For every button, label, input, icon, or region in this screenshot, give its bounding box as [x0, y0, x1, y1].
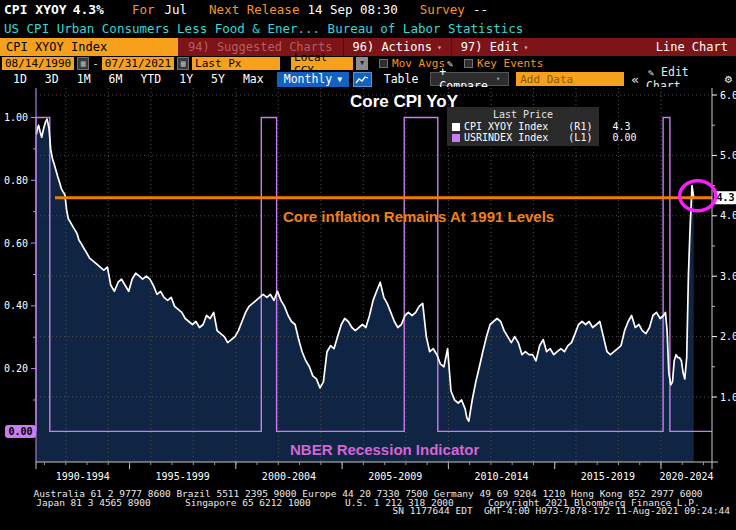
range-toolbar: 1D 3D 1M 6M YTD 1Y 5Y Max Monthly ▼ Tabl… — [0, 71, 736, 87]
legend-row-cpi: CPI XYOY Index (R1) 4.3 — [452, 121, 594, 132]
ticker-tab[interactable]: CPI XYOY Index — [0, 38, 178, 56]
next-release-label: Next Release — [209, 2, 299, 17]
chevron-down-icon: ▾ — [496, 75, 500, 83]
x-axis-label: 2015-2019 — [581, 471, 635, 482]
left-axis-label: 0.20 — [4, 363, 28, 374]
menubar: CPI XYOY Index 94) Suggested Charts 96) … — [0, 38, 736, 56]
x-axis-label: 2020-2024 — [659, 471, 713, 482]
left-axis-label: 0.60 — [4, 238, 28, 249]
add-data-input[interactable] — [516, 72, 624, 86]
for-value: Jul — [165, 2, 188, 17]
actions-menu[interactable]: 96) Actions ▾ — [343, 38, 451, 56]
x-axis-label: 2010-2014 — [474, 471, 528, 482]
chart-type-label: Line Chart — [656, 38, 736, 56]
right-axis-label: 6.0 — [720, 90, 736, 101]
cpi-swatch — [452, 123, 460, 131]
chevron-down-icon: ▼ — [337, 75, 342, 84]
ticker: CPI XYOY — [4, 2, 67, 17]
chart-area: 6.05.04.03.02.01.04.31.000.800.600.400.2… — [0, 87, 736, 488]
table-button[interactable]: Table — [372, 72, 431, 86]
right-axis-label: 1.0 — [720, 392, 736, 403]
range-ytd[interactable]: YTD — [131, 72, 170, 86]
right-axis-label: 2.0 — [720, 331, 736, 342]
date-from-field[interactable]: 08/14/1990 — [2, 57, 74, 70]
compare-button[interactable]: + Compare ▾ — [430, 72, 509, 86]
range-1y[interactable]: 1Y — [170, 72, 202, 86]
period-select[interactable]: Monthly ▼ — [277, 72, 349, 87]
price-chart[interactable]: 6.05.04.03.02.01.04.31.000.800.600.400.2… — [0, 87, 736, 488]
mov-avgs-checkbox[interactable] — [379, 59, 388, 68]
legend-header: Last Price — [452, 109, 594, 120]
x-axis-label: 1990-1994 — [56, 471, 110, 482]
range-3d[interactable]: 3D — [36, 72, 68, 86]
left-axis-label: 1.00 — [4, 112, 28, 123]
right-axis-label: 5.0 — [720, 150, 736, 161]
edit-menu[interactable]: 97) Edit ▾ — [451, 38, 538, 56]
gear-icon[interactable]: ⚙ — [725, 72, 732, 86]
date-to-field[interactable]: 07/31/2021 — [102, 57, 174, 70]
calendar-icon[interactable]: ▦ — [177, 57, 189, 70]
nber-label: NBER Recession Indicator — [290, 441, 479, 458]
left-axis-label: 0.80 — [4, 175, 28, 186]
range-5y[interactable]: 5Y — [202, 72, 234, 86]
x-axis-label: 2000-2004 — [262, 471, 316, 482]
status-bar: Australia 61 2 9777 8600 Brazil 5511 239… — [0, 488, 736, 530]
security-header: CPI XYOY 4.3% For Jul Next Release 14 Se… — [0, 0, 736, 19]
right-axis-label: 3.0 — [720, 271, 736, 282]
chart-title: Core CPI YoY — [350, 92, 458, 112]
chart-legend[interactable]: Last Price CPI XYOY Index (R1) 4.3 USRIN… — [447, 107, 599, 146]
svg-text:4.3: 4.3 — [716, 192, 734, 203]
security-description: US CPI Urban Consumers Less Food & Ener.… — [0, 19, 736, 38]
collapse-icon[interactable]: « — [631, 72, 639, 87]
line-chart-icon[interactable] — [353, 72, 372, 87]
for-label: For — [132, 2, 155, 17]
survey-value: -- — [473, 2, 488, 17]
range-1d[interactable]: 1D — [4, 72, 36, 86]
survey-label: Survey — [420, 2, 465, 17]
next-release-value: 14 Sep 08:30 — [307, 2, 397, 17]
usrindex-swatch — [452, 134, 460, 142]
pencil-icon: ✎ — [648, 67, 654, 78]
last-value: 4.3% — [73, 2, 104, 17]
chevron-down-icon[interactable]: ▼ — [356, 57, 368, 70]
cpi-area — [36, 119, 693, 462]
calendar-icon[interactable]: ▦ — [77, 57, 89, 70]
range-1m[interactable]: 1M — [68, 72, 100, 86]
highlight-circle — [680, 181, 716, 211]
chevron-down-icon: ▾ — [437, 43, 442, 52]
x-axis-label: 1995-1999 — [156, 471, 210, 482]
legend-row-usrindex: USRINDEX Index (L1) 0.00 — [452, 132, 594, 143]
left-axis-label: 0.40 — [4, 300, 28, 311]
range-6m[interactable]: 6M — [100, 72, 132, 86]
currency-select[interactable]: Local CCY — [291, 57, 353, 70]
price-field-select[interactable]: Last Px — [192, 57, 280, 70]
svg-text:0.00: 0.00 — [8, 426, 32, 437]
right-axis-label: 4.0 — [720, 210, 736, 221]
x-axis-label: 2005-2009 — [368, 471, 422, 482]
range-max[interactable]: Max — [234, 72, 273, 86]
inflation-annotation: Core inflation Remains At 1991 Levels — [283, 208, 554, 225]
chevron-down-icon: ▾ — [524, 43, 529, 52]
